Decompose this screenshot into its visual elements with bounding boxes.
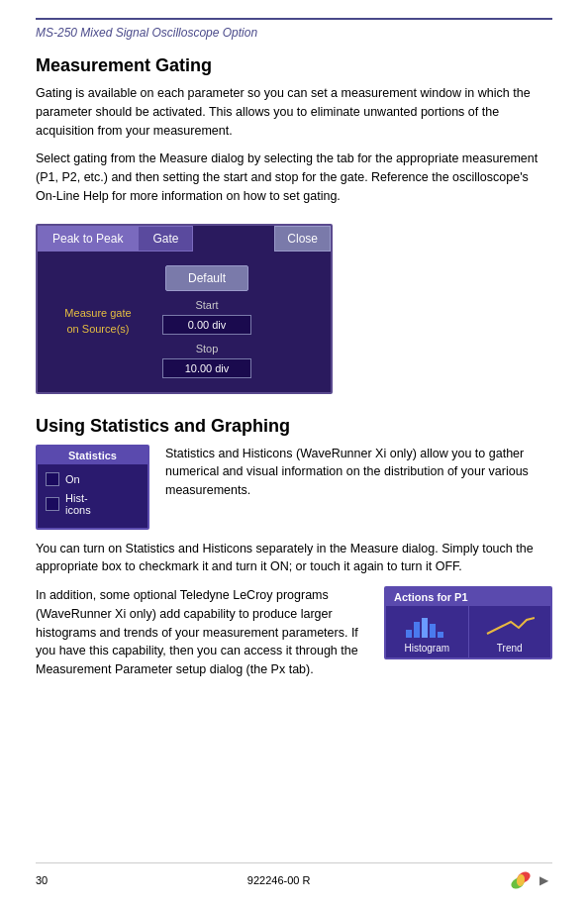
top-rule [36, 18, 552, 20]
measure-gate-label: Measure gateon Source(s) [64, 306, 131, 337]
stats-para1: Statistics and Histicons (WaveRunner Xi … [165, 445, 552, 500]
stats-widget: Statistics On Hist-icons [36, 445, 149, 530]
dialog-close-button[interactable]: Close [274, 226, 331, 252]
gating-para1: Gating is available on each parameter so… [36, 84, 552, 140]
trend-label: Trend [497, 643, 523, 654]
actions-title-bar: Actions for P1 [386, 588, 550, 606]
dialog-left-panel: Measure gateon Source(s) [53, 306, 143, 337]
stop-input[interactable]: 10.00 div [162, 358, 251, 378]
actions-widget: Actions for P1 Histogram [384, 586, 552, 659]
start-label: Start [195, 299, 218, 311]
next-page-button[interactable]: ▶ [536, 871, 552, 890]
actions-text: In addition, some optional Teledyne LeCr… [36, 586, 368, 679]
stats-on-row: On [46, 472, 140, 486]
dialog-right-panel: Default Start 0.00 div Stop 10.00 div [162, 265, 251, 378]
dialog-tabs: Peak to Peak Gate Close [38, 226, 331, 252]
actions-buttons: Histogram Trend [386, 606, 550, 657]
stats-histicons-label: Hist-icons [65, 492, 91, 516]
svg-rect-2 [422, 618, 428, 638]
page-container: MS-250 Mixed Signal Oscilloscope Option … [0, 0, 588, 909]
trend-button[interactable]: Trend [469, 606, 551, 657]
dialog-tab-peak-to-peak[interactable]: Peak to Peak [38, 226, 138, 252]
stats-on-checkbox[interactable] [46, 472, 59, 486]
histogram-button[interactable]: Histogram [386, 606, 469, 657]
stats-text-block: Statistics and Histicons (WaveRunner Xi … [165, 445, 552, 500]
svg-rect-1 [414, 622, 420, 638]
stats-content-row: Statistics On Hist-icons Statistics and … [36, 445, 552, 530]
footer-logo-area: ▶ [510, 869, 552, 891]
stats-para2: You can turn on Statistics and Histicons… [36, 540, 552, 577]
trend-icon [485, 612, 535, 640]
svg-rect-0 [406, 630, 412, 638]
stats-histicons-checkbox[interactable] [46, 497, 59, 511]
stats-on-label: On [65, 473, 80, 485]
histogram-label: Histogram [404, 643, 449, 654]
doc-id: 922246-00 R [247, 874, 311, 886]
stats-heading: Using Statistics and Graphing [36, 416, 552, 437]
teledyne-lecroy-logo [510, 869, 532, 891]
svg-rect-3 [430, 624, 436, 638]
stats-section: Using Statistics and Graphing Statistics… [36, 416, 552, 577]
dialog-body: Measure gateon Source(s) Default Start 0… [38, 252, 331, 392]
gating-dialog: Peak to Peak Gate Close Measure gateon S… [36, 224, 333, 394]
default-button[interactable]: Default [165, 265, 248, 291]
start-input[interactable]: 0.00 div [162, 315, 251, 335]
stats-widget-title: Statistics [38, 447, 147, 464]
stats-histicons-row: Hist-icons [46, 492, 140, 516]
actions-row: In addition, some optional Teledyne LeCr… [36, 586, 552, 679]
histogram-icon [402, 612, 451, 640]
start-field-group: Start 0.00 div [162, 299, 251, 335]
page-number: 30 [36, 874, 48, 886]
stop-field-group: Stop 10.00 div [162, 343, 251, 378]
dialog-tab-gate[interactable]: Gate [138, 226, 193, 252]
gating-para2: Select gating from the Measure dialog by… [36, 150, 552, 205]
doc-title: MS-250 Mixed Signal Oscilloscope Option [36, 26, 552, 40]
page-footer: 30 922246-00 R ▶ [36, 862, 552, 891]
gating-heading: Measurement Gating [36, 55, 552, 76]
stop-label: Stop [196, 343, 219, 354]
svg-rect-4 [438, 632, 443, 638]
